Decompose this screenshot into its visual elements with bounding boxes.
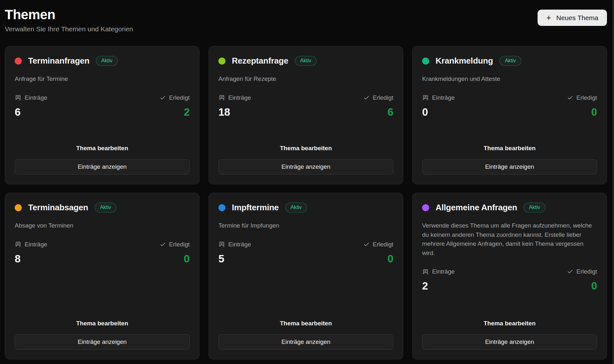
topic-card-rezeptanfrage: Rezeptanfrage Aktiv Anfragen für Rezepte… [209, 46, 403, 184]
check-icon [160, 95, 166, 101]
status-badge: Aktiv [285, 203, 307, 213]
entries-stat-label: ? Einträge [218, 94, 251, 101]
check-icon [363, 95, 370, 101]
done-label: Erledigt [373, 241, 393, 248]
entries-count: 2 [422, 280, 455, 292]
status-badge: Aktiv [96, 56, 118, 66]
new-topic-button-label: Neues Thema [556, 14, 598, 22]
show-entries-button[interactable]: Einträge anzeigen [218, 159, 393, 174]
entries-stat-label: ? Einträge [422, 268, 455, 275]
message-question-icon: ? [218, 94, 225, 101]
status-badge: Aktiv [95, 203, 117, 213]
done-stat: Erledigt 0 [160, 241, 190, 265]
edit-topic-button[interactable]: Thema bearbeiten [15, 317, 190, 330]
entries-label: Einträge [228, 94, 251, 101]
message-question-icon: ? [15, 94, 21, 101]
done-stat-label: Erledigt [160, 94, 190, 101]
done-label: Erledigt [373, 94, 393, 101]
status-badge: Aktiv [500, 56, 522, 66]
topics-grid: Terminanfragen Aktiv Anfrage für Termine… [5, 46, 607, 360]
topic-description: Absage von Terminen [15, 221, 190, 230]
done-count: 0 [567, 106, 597, 118]
show-entries-button[interactable]: Einträge anzeigen [218, 334, 393, 350]
done-stat-label: Erledigt [567, 94, 597, 101]
topic-stats: ? Einträge 8 Erledigt 0 [15, 241, 190, 265]
topic-title: Impftermine [232, 203, 279, 213]
show-entries-button[interactable]: Einträge anzeigen [422, 334, 597, 350]
edit-topic-button[interactable]: Thema bearbeiten [218, 142, 393, 155]
check-icon [567, 268, 573, 275]
svg-text:?: ? [223, 245, 224, 248]
svg-text:?: ? [223, 98, 224, 101]
show-entries-button[interactable]: Einträge anzeigen [422, 159, 597, 174]
topic-description: Verwende dieses Thema um alle Fragen auf… [422, 221, 597, 258]
check-icon [567, 95, 573, 101]
done-stat-label: Erledigt [160, 241, 190, 248]
topic-title: Terminabsagen [28, 203, 88, 213]
topic-title: Terminanfragen [28, 56, 90, 66]
spacer [422, 118, 597, 142]
topic-card-terminanfragen: Terminanfragen Aktiv Anfrage für Termine… [5, 46, 200, 184]
svg-text:?: ? [19, 245, 21, 248]
status-badge: Aktiv [523, 203, 546, 213]
show-entries-button[interactable]: Einträge anzeigen [15, 334, 190, 350]
done-count: 2 [160, 106, 190, 118]
topic-color-dot [422, 204, 429, 211]
entries-count: 18 [218, 106, 251, 118]
topic-color-dot [218, 58, 225, 65]
svg-text:?: ? [19, 98, 21, 101]
entries-label: Einträge [25, 241, 47, 248]
message-question-icon: ? [218, 241, 225, 248]
topic-color-dot [218, 204, 225, 211]
spacer [218, 118, 393, 142]
edit-topic-button[interactable]: Thema bearbeiten [422, 317, 597, 330]
message-question-icon: ? [422, 268, 429, 275]
card-header: Krankmeldung Aktiv [422, 56, 597, 66]
edit-topic-button[interactable]: Thema bearbeiten [422, 142, 597, 155]
entries-stat: ? Einträge 8 [15, 241, 47, 265]
entries-stat-label: ? Einträge [15, 241, 47, 248]
topic-color-dot [422, 58, 429, 65]
topic-description: Krankmeldungen und Atteste [422, 74, 597, 84]
message-question-icon: ? [422, 94, 429, 101]
spacer [15, 118, 190, 142]
done-label: Erledigt [577, 268, 597, 275]
entries-stat: ? Einträge 6 [15, 94, 47, 118]
topic-stats: ? Einträge 6 Erledigt 2 [15, 94, 190, 118]
entries-stat: ? Einträge 18 [218, 94, 251, 118]
card-header: Impftermine Aktiv [218, 203, 393, 213]
entries-stat: ? Einträge 2 [422, 268, 455, 292]
done-count: 0 [567, 280, 597, 292]
topic-stats: ? Einträge 2 Erledigt 0 [422, 268, 597, 292]
show-entries-button[interactable]: Einträge anzeigen [15, 159, 190, 174]
card-header: Terminabsagen Aktiv [15, 203, 190, 213]
entries-count: 8 [15, 253, 47, 265]
topic-card-krankmeldung: Krankmeldung Aktiv Krankmeldungen und At… [412, 46, 607, 184]
topics-page: Themen Verwalten Sie Ihre Themen und Kat… [0, 0, 614, 364]
edit-topic-button[interactable]: Thema bearbeiten [15, 142, 190, 155]
entries-count: 0 [422, 106, 455, 118]
done-stat: Erledigt 2 [160, 94, 190, 118]
topic-description: Termine für Impfungen [218, 221, 393, 230]
status-badge: Aktiv [295, 56, 317, 66]
page-header-text: Themen Verwalten Sie Ihre Themen und Kat… [5, 7, 133, 33]
plus-icon: + [546, 13, 551, 22]
done-stat: Erledigt 6 [363, 94, 393, 118]
entries-stat-label: ? Einträge [218, 241, 251, 248]
new-topic-button[interactable]: + Neues Thema [538, 10, 607, 26]
done-label: Erledigt [169, 94, 190, 101]
done-stat-label: Erledigt [567, 268, 597, 275]
check-icon [363, 241, 370, 248]
entries-label: Einträge [432, 268, 455, 275]
entries-label: Einträge [432, 94, 455, 101]
topic-title: Krankmeldung [436, 56, 493, 66]
entries-label: Einträge [25, 94, 47, 101]
edit-topic-button[interactable]: Thema bearbeiten [218, 317, 393, 330]
scrollbar[interactable] [612, 0, 614, 364]
done-stat: Erledigt 0 [567, 268, 597, 292]
message-question-icon: ? [15, 241, 21, 248]
topic-stats: ? Einträge 18 Erledigt 6 [218, 94, 393, 118]
done-count: 6 [363, 106, 393, 118]
svg-text:?: ? [427, 98, 428, 101]
topic-title: Allgemeine Anfragen [436, 203, 517, 213]
